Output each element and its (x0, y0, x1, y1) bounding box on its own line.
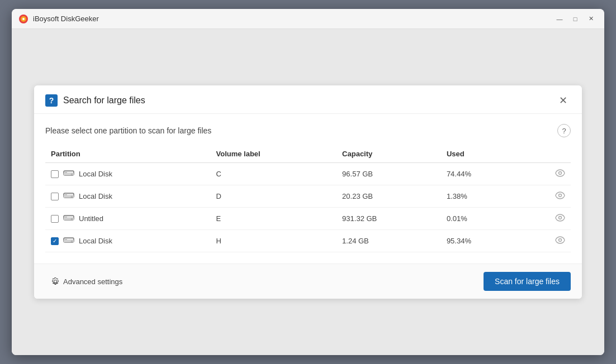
partition-name-text: Local Disk (79, 237, 112, 245)
dialog-close-button[interactable]: ✕ (556, 94, 571, 107)
dialog-title-row: ? Search for large files (45, 94, 145, 107)
dialog-footer: Advanced settings Scan for large files (34, 264, 582, 299)
col-header-volume: Volume label (210, 145, 337, 163)
svg-point-7 (559, 172, 562, 175)
col-header-action (523, 145, 571, 163)
scan-button[interactable]: Scan for large files (484, 272, 571, 291)
svg-point-6 (71, 174, 73, 175)
svg-rect-20 (65, 239, 67, 240)
advanced-settings-button[interactable]: Advanced settings (45, 274, 128, 289)
partition-checkbox[interactable] (51, 215, 59, 223)
table-row: Local DiskC96.57 GB74.44% (45, 163, 571, 185)
partition-capacity: 96.57 GB (337, 163, 441, 185)
drive-icon (63, 236, 74, 246)
dialog-title: Search for large files (63, 95, 145, 106)
svg-rect-5 (65, 172, 67, 173)
partition-table: Partition Volume label Capacity Used Loc… (45, 145, 571, 252)
partition-view-btn[interactable] (523, 185, 571, 208)
partition-name-cell-1: Local Disk (45, 185, 210, 208)
partition-checkbox[interactable] (51, 193, 59, 200)
partition-name-text: Untitled (79, 214, 103, 223)
dialog-body: Please select one partition to scan for … (34, 114, 582, 264)
partition-volume-label: E (210, 208, 337, 230)
col-header-used: Used (441, 145, 523, 163)
svg-point-17 (559, 217, 562, 219)
maximize-button[interactable]: □ (568, 12, 582, 26)
svg-point-11 (71, 196, 73, 198)
app-title: iBoysoft DiskGeeker (33, 15, 553, 23)
window-controls: — □ ✕ (553, 12, 598, 26)
drive-icon (63, 213, 74, 224)
eye-icon[interactable] (555, 214, 565, 223)
partition-name-text: Local Disk (79, 170, 112, 178)
partition-capacity: 931.32 GB (337, 208, 441, 230)
dialog-header: ? Search for large files ✕ (34, 85, 582, 114)
partition-view-btn[interactable] (523, 208, 571, 230)
table-row: UntitledE931.32 GB0.01% (45, 208, 571, 230)
svg-point-2 (22, 18, 25, 20)
svg-rect-10 (65, 194, 67, 195)
partition-used: 1.38% (441, 185, 523, 208)
partition-used: 95.34% (441, 230, 523, 252)
svg-point-21 (71, 241, 73, 242)
dialog-subtitle: Please select one partition to scan for … (45, 126, 211, 135)
partition-volume-label: C (210, 163, 337, 185)
partition-name-cell-2: Untitled (45, 208, 210, 230)
table-header-row: Partition Volume label Capacity Used (45, 145, 571, 163)
app-icon (18, 14, 29, 24)
title-bar: iBoysoft DiskGeeker — □ ✕ (12, 9, 604, 29)
subtitle-row: Please select one partition to scan for … (45, 124, 571, 137)
partition-view-btn[interactable] (523, 230, 571, 252)
table-row: Local DiskD20.23 GB1.38% (45, 185, 571, 208)
partition-used: 0.01% (441, 208, 523, 230)
app-window: iBoysoft DiskGeeker — □ ✕ ? Search for l… (12, 9, 604, 355)
dialog: ? Search for large files ✕ Please select… (34, 85, 582, 299)
app-content: ? Search for large files ✕ Please select… (12, 29, 604, 355)
drive-icon (63, 169, 74, 179)
eye-icon[interactable] (555, 169, 565, 179)
eye-icon[interactable] (555, 191, 565, 201)
table-row: ✓ Local DiskH1.24 GB95.34% (45, 230, 571, 252)
window-close-button[interactable]: ✕ (584, 12, 598, 26)
svg-point-12 (559, 194, 562, 197)
partition-name-cell-3: ✓ Local Disk (45, 230, 210, 252)
svg-point-16 (71, 218, 73, 220)
eye-icon[interactable] (555, 236, 565, 246)
advanced-settings-label: Advanced settings (63, 277, 122, 286)
minimize-button[interactable]: — (553, 12, 566, 26)
drive-icon (63, 191, 74, 202)
partition-volume-label: D (210, 185, 337, 208)
partition-capacity: 1.24 GB (337, 230, 441, 252)
partition-name-cell-0: Local Disk (45, 163, 210, 185)
partition-view-btn[interactable] (523, 163, 571, 185)
partition-name-text: Local Disk (79, 192, 112, 200)
svg-point-22 (559, 239, 562, 242)
partition-checkbox[interactable]: ✓ (51, 237, 59, 245)
col-header-partition: Partition (45, 145, 210, 163)
help-button[interactable]: ? (557, 124, 571, 137)
gear-icon (51, 277, 60, 286)
partition-used: 74.44% (441, 163, 523, 185)
partition-capacity: 20.23 GB (337, 185, 441, 208)
partition-checkbox[interactable] (51, 170, 59, 178)
col-header-capacity: Capacity (337, 145, 441, 163)
partition-volume-label: H (210, 230, 337, 252)
svg-rect-15 (65, 217, 67, 218)
dialog-icon: ? (45, 94, 58, 107)
